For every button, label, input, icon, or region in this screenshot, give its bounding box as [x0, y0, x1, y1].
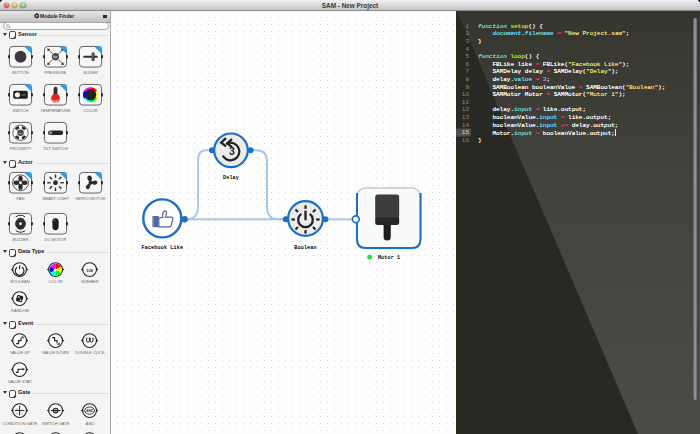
svg-text:3: 3 [229, 145, 235, 157]
